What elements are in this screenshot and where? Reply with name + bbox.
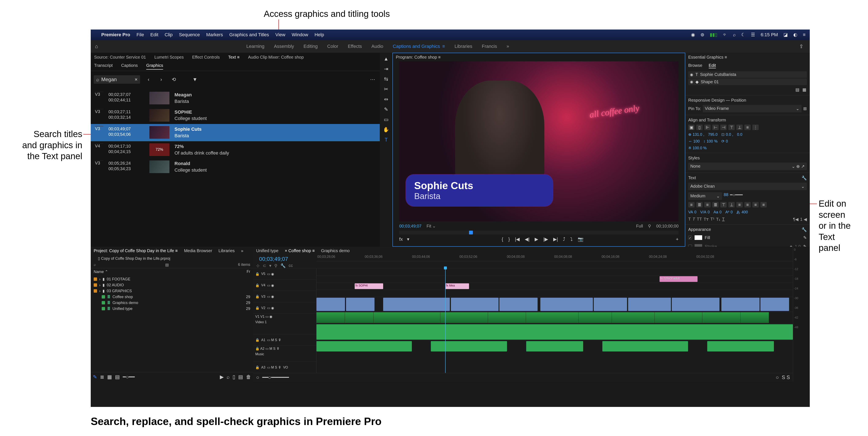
home-icon[interactable]: ⌂ <box>95 43 101 49</box>
ripple-edit-icon[interactable]: ⇆ <box>382 75 390 82</box>
new-layer-icon[interactable]: ▤ <box>796 87 799 92</box>
graphics-item[interactable]: V3 00;03;27;1100;03;32;14 SOPHIECollege … <box>91 107 380 124</box>
menu-graphics-titles[interactable]: Graphics and Titles <box>229 32 269 37</box>
menu-window[interactable]: Window <box>291 32 308 37</box>
linked-sel-icon[interactable]: ⊂ <box>263 263 266 268</box>
ws-effects[interactable]: Effects <box>348 44 362 49</box>
menu-sequence[interactable]: Sequence <box>179 32 200 37</box>
layer-shape[interactable]: ◉◆Shape 01 <box>688 78 807 85</box>
program-viewer[interactable]: all coffee only Sophie Cuts Barista <box>399 61 679 222</box>
mark-in-icon[interactable]: { <box>502 237 503 242</box>
fill-toggle[interactable] <box>688 236 692 239</box>
ws-captions-graphics[interactable]: Captions and Graphics <box>393 44 440 49</box>
wifi-icon[interactable]: ᯤ <box>723 32 727 37</box>
text-align-btn[interactable]: ≣ <box>696 202 703 207</box>
position-y[interactable]: 795.0 <box>708 132 718 137</box>
faux-italic[interactable]: T <box>692 217 695 222</box>
layer-text[interactable]: ◉TSophie CutsBarista <box>688 71 807 78</box>
export-frame-icon[interactable]: 📷 <box>578 237 583 242</box>
pin-widget-icon[interactable]: ⊞ <box>803 106 807 111</box>
menu-clip[interactable]: Clip <box>164 32 173 37</box>
align-btn[interactable]: ⊢ <box>712 125 719 130</box>
graphics-item[interactable]: V4 00;04;17;1000;04;24;15 72% 72%Of adul… <box>91 141 380 159</box>
tab-coffee-shop[interactable]: × Coffee shop ≡ <box>285 248 315 253</box>
zoom-in-icon[interactable]: ○ <box>776 374 779 380</box>
filter-icon[interactable]: ▼ <box>191 75 199 84</box>
status-icon[interactable]: ◉ <box>691 32 695 37</box>
spotlight-icon[interactable]: ⌕ <box>733 32 736 37</box>
wrench-icon[interactable]: 🔧 <box>802 227 807 232</box>
auto-seq-icon[interactable]: ▶ <box>220 374 224 380</box>
track-height-icon[interactable]: S S <box>782 374 790 380</box>
clip-mea[interactable]: fx Mea <box>445 283 469 289</box>
sequence-item[interactable]: ≣Coffee shop29 <box>92 294 251 300</box>
track-v5[interactable]: 🔒 V5 ▭ ◉ <box>253 268 316 279</box>
ws-francis[interactable]: Francis <box>482 44 497 49</box>
scrub-bar[interactable] <box>399 231 679 234</box>
ws-assembly[interactable]: Assembly <box>274 44 294 49</box>
wrench-icon[interactable]: 🔧 <box>802 175 807 180</box>
wrench-icon[interactable]: 🔧 <box>280 263 286 268</box>
zoom-out-icon[interactable]: ○ <box>256 374 259 380</box>
smallcaps[interactable]: Tᴛ <box>704 217 709 222</box>
text-align-btn[interactable]: ≡ <box>761 202 767 207</box>
marker-icon[interactable]: ▾ <box>407 237 409 242</box>
scale-h[interactable]: ↕ 100 % <box>704 139 718 143</box>
go-out-icon[interactable]: ▶| <box>553 237 558 242</box>
slip-icon[interactable]: ⇔ <box>382 96 390 103</box>
pen-icon[interactable]: ✎ <box>382 106 390 113</box>
fx-icon[interactable]: fx <box>399 237 403 242</box>
subtab-transcript[interactable]: Transcript <box>94 63 113 70</box>
clip-sophie[interactable]: fx SOPHI <box>355 283 383 289</box>
rotation[interactable]: ⟳ 0 <box>721 139 728 143</box>
sequence-item[interactable]: ≣Graphics demo29 <box>92 300 251 306</box>
lower-third-graphic[interactable]: Sophie Cuts Barista <box>405 174 553 207</box>
playhead[interactable] <box>445 268 445 373</box>
list-view-icon[interactable]: ≣ <box>100 374 104 380</box>
ws-color[interactable]: Color <box>327 44 338 49</box>
go-in-icon[interactable]: |◀ <box>515 237 520 242</box>
group-icon[interactable]: ▦ <box>802 87 806 92</box>
align-btn[interactable]: ≡ <box>744 125 751 130</box>
font-size[interactable]: 88 <box>724 192 728 200</box>
more-icon[interactable]: ⋯ <box>368 75 377 84</box>
hand-icon[interactable]: ✋ <box>382 126 390 133</box>
extract-icon[interactable]: ⤵ <box>570 237 572 242</box>
text-align-btn[interactable]: ≡ <box>688 202 694 207</box>
btn-editor-plus-icon[interactable]: + <box>676 237 679 242</box>
ws-libraries[interactable]: Libraries <box>455 44 472 49</box>
graphics-item[interactable]: V3 00;05;26;2400;05;34;23 RonaldCollege … <box>91 158 380 176</box>
align-btn[interactable]: ⊣ <box>720 125 726 130</box>
razor-icon[interactable]: ✂ <box>382 86 390 93</box>
timeline-tracks[interactable]: fx 72%Of adult fx SOPHI fx Mea <box>316 268 793 373</box>
bin-item[interactable]: ›▮02 AUDIO <box>92 282 251 288</box>
bin-item[interactable]: ›▮03 GRAPHICS <box>92 288 251 294</box>
snap-icon[interactable]: ⊹ <box>256 263 260 268</box>
col-name[interactable]: Name ⌃ <box>94 269 247 274</box>
anchor-y[interactable]: 0.0 <box>737 132 742 137</box>
tab-media-browser[interactable]: Media Browser <box>184 248 212 253</box>
clock[interactable]: 6:15 PM <box>761 32 778 37</box>
fit-dropdown[interactable]: Fit ⌄ <box>427 224 436 229</box>
track-a2[interactable]: 🔒 A2 ▭ M S 🎙 Music <box>253 345 316 362</box>
align-btn[interactable]: ⊤ <box>728 125 735 130</box>
track-v2[interactable]: 🔒 V2 ▭ ◉ <box>253 302 316 313</box>
opacity[interactable]: ※ 100.0 % <box>688 146 707 150</box>
leading[interactable]: Aa 0 <box>714 209 721 214</box>
ws-overflow-icon[interactable]: » <box>506 44 509 49</box>
text-align-btn[interactable]: ≡ <box>704 202 711 207</box>
track-v4-lane[interactable]: fx 72%Of adult <box>316 275 793 282</box>
text-align-btn[interactable]: ≣ <box>712 202 719 207</box>
export-icon[interactable]: ⇪ <box>799 43 806 49</box>
baseline[interactable]: Aº 0 <box>725 209 733 214</box>
ws-menu-icon[interactable]: ≡ <box>442 44 445 49</box>
superscript[interactable]: T¹ <box>710 217 714 222</box>
settings-icon[interactable]: ⚲ <box>648 224 651 229</box>
kerning[interactable]: V/A 0 <box>700 209 710 214</box>
trash-icon[interactable]: 🗑 <box>246 374 251 380</box>
menu-view[interactable]: View <box>275 32 285 37</box>
mark-out-icon[interactable]: } <box>508 237 510 242</box>
underline[interactable]: T <box>722 217 724 222</box>
dnd-icon[interactable]: ☾ <box>741 32 745 37</box>
replace-icon[interactable]: ⟲ <box>169 75 178 84</box>
